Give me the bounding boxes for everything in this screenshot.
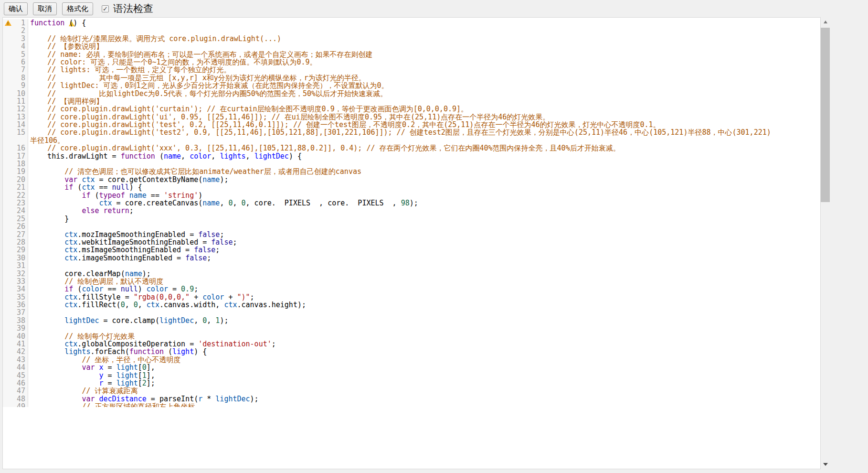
code-line[interactable]: 29 ctx.msImageSmoothingEnabled = false; [3, 246, 820, 254]
code-text[interactable]: // lightDec: 可选，0到1之间，光从多少百分比才开始衰减（在此范围内… [28, 82, 820, 89]
code-line[interactable]: 25 } [3, 215, 820, 223]
code-line[interactable]: 35 ctx.fillStyle = "rgba(0,0,0," + color… [3, 293, 820, 301]
code-line[interactable]: 32 core.clearMap(name); [3, 270, 820, 278]
code-text[interactable]: // core.plugin.drawLight('ui', 0.95, [[2… [28, 113, 820, 121]
scrollbar-thumb[interactable] [821, 28, 830, 202]
code-line[interactable]: 28 ctx.webkitImageSmoothingEnabled = fal… [3, 238, 820, 246]
code-text[interactable]: lights.forEach(function (light) { [28, 348, 820, 355]
code-line[interactable]: 48 var decDistance = parseInt(r * lightD… [3, 395, 820, 403]
code-line[interactable]: 13 // core.plugin.drawLight('ui', 0.95, … [3, 113, 820, 121]
code-text[interactable]: // 绘制色调层，默认不透明度 [28, 278, 820, 285]
code-text[interactable] [28, 160, 820, 168]
code-line[interactable]: 12 // core.plugin.drawLight('curtain'); … [3, 105, 820, 113]
code-text[interactable]: if (ctx == null) { [28, 183, 820, 191]
code-line[interactable]: 21 if (ctx == null) { [3, 183, 820, 191]
code-line[interactable]: 49 // 正方形区域的直径和左上角坐标 [3, 403, 820, 407]
scroll-up-button[interactable] [821, 17, 830, 27]
code-line[interactable]: 43 // 坐标，半径，中心不透明度 [3, 356, 820, 364]
code-line[interactable]: 18 [3, 160, 820, 168]
format-button[interactable]: 格式化 [62, 2, 93, 15]
syntax-check-checkbox[interactable]: ✓ [102, 5, 109, 12]
code-text[interactable]: // lights: 可选，一个数组，定义了每个独立的灯光。 [28, 66, 820, 74]
code-text[interactable]: ctx = core.createCanvas(name, 0, 0, core… [28, 199, 820, 207]
vertical-scrollbar[interactable] [821, 17, 830, 469]
code-line[interactable]: 41 ctx.globalCompositeOperation = 'desti… [3, 340, 820, 348]
code-line[interactable]: 40 // 绘制每个灯光效果 [3, 333, 820, 340]
code-text[interactable]: ctx.fillRect(0, 0, ctx.canvas.width, ctx… [28, 301, 820, 309]
code-line[interactable]: 9 // lightDec: 可选，0到1之间，光从多少百分比才开始衰减（在此范… [3, 82, 820, 89]
code-text[interactable]: 半径106。 [28, 137, 820, 144]
code-text[interactable]: var decDistance = parseInt(r * lightDec)… [28, 395, 820, 403]
code-line[interactable]: 3 // 绘制灯光/漆黑层效果。调用方式 core.plugin.drawLig… [3, 35, 820, 43]
code-text[interactable] [28, 309, 820, 316]
code-line[interactable]: 46 r = light[2]; [3, 379, 820, 387]
code-line[interactable]: 8 // 其中每一项是三元组 [x,y,r] x和y分别为该灯光的横纵坐标，r为… [3, 74, 820, 82]
code-text[interactable]: // core.plugin.drawLight('test', 0.2, [[… [28, 121, 820, 129]
code-text[interactable]: // core.plugin.drawLight('xxx', 0.3, [[2… [28, 144, 820, 152]
code-text[interactable]: if (typeof name == 'string') [28, 192, 820, 199]
code-text[interactable]: // 正方形区域的直径和左上角坐标 [28, 403, 820, 407]
confirm-button[interactable]: 确认 [4, 2, 28, 15]
scroll-down-button[interactable] [821, 460, 830, 469]
code-line[interactable]: 11 // 【调用样例】 [3, 97, 820, 105]
code-line[interactable]: 14 // core.plugin.drawLight('test', 0.2,… [3, 121, 820, 129]
code-text[interactable]: // 绘制灯光/漆黑层效果。调用方式 core.plugin.drawLight… [28, 35, 820, 43]
code-line[interactable]: 10 // 比如lightDec为0.5代表，每个灯光部分内圈50%的范围全亮，… [3, 90, 820, 97]
code-text[interactable]: r = light[2]; [28, 379, 820, 387]
code-line[interactable]: 45 y = light[1], [3, 372, 820, 379]
code-text[interactable]: // 【调用样例】 [28, 97, 820, 105]
code-line[interactable]: 15 // core.plugin.drawLight('test2', 0.9… [3, 129, 820, 136]
code-line[interactable]: 7 // lights: 可选，一个数组，定义了每个独立的灯光。 [3, 66, 820, 74]
code-line[interactable]: 39 [3, 324, 820, 332]
code-line[interactable]: 36 ctx.fillRect(0, 0, ctx.canvas.width, … [3, 301, 820, 309]
code-text[interactable]: // 【参数说明】 [28, 43, 820, 50]
code-text[interactable] [28, 27, 820, 34]
code-text[interactable]: } [28, 215, 820, 223]
code-text[interactable]: function () { [28, 19, 820, 27]
code-text[interactable]: // core.plugin.drawLight('test2', 0.9, [… [28, 129, 820, 136]
code-line[interactable]: 1function () { [3, 19, 820, 27]
code-editor[interactable]: 1function () {23 // 绘制灯光/漆黑层效果。调用方式 core… [3, 18, 820, 407]
code-line[interactable]: 38 lightDec = core.clamp(lightDec, 0, 1)… [3, 317, 820, 324]
code-line[interactable]: 42 lights.forEach(function (light) { [3, 348, 820, 355]
code-line[interactable]: 5 // name: 必填，要绘制到的画布名；可以是一个系统画布，或者是个自定义… [3, 51, 820, 58]
code-text[interactable]: ctx.msImageSmoothingEnabled = false; [28, 246, 820, 254]
code-text[interactable]: y = light[1], [28, 372, 820, 379]
code-text[interactable] [28, 223, 820, 230]
code-text[interactable]: // color: 可选，只能是一个0~1之间的数，为不透明度的值。不填则默认为… [28, 58, 820, 66]
code-line[interactable]: 30 ctx.imageSmoothingEnabled = false; [3, 254, 820, 262]
code-line[interactable]: 4 // 【参数说明】 [3, 43, 820, 50]
code-line[interactable]: 23 ctx = core.createCanvas(name, 0, 0, c… [3, 199, 820, 207]
code-line[interactable]: 2 [3, 27, 820, 34]
code-line[interactable]: 16 // core.plugin.drawLight('xxx', 0.3, … [3, 144, 820, 152]
code-text[interactable]: else return; [28, 207, 820, 215]
code-text[interactable]: // 绘制每个灯光效果 [28, 333, 820, 340]
code-line[interactable]: 22 if (typeof name == 'string') [3, 192, 820, 199]
code-line[interactable]: 半径106。 [3, 137, 820, 144]
code-text[interactable]: // name: 必填，要绘制到的画布名；可以是一个系统画布，或者是个自定义画布… [28, 51, 820, 58]
code-line[interactable]: 20 var ctx = core.getContextByName(name)… [3, 176, 820, 183]
code-text[interactable]: core.clearMap(name); [28, 270, 820, 278]
code-line[interactable]: 44 var x = light[0], [3, 364, 820, 371]
code-text[interactable]: ctx.fillStyle = "rgba(0,0,0," + color + … [28, 293, 820, 301]
code-text[interactable]: var ctx = core.getContextByName(name); [28, 176, 820, 183]
code-line[interactable]: 37 [3, 309, 820, 316]
code-text[interactable]: // 计算衰减距离 [28, 387, 820, 395]
code-text[interactable]: // 比如lightDec为0.5代表，每个灯光部分内圈50%的范围全亮，50%… [28, 90, 820, 97]
code-line[interactable]: 24 else return; [3, 207, 820, 215]
cancel-button[interactable]: 取消 [33, 2, 57, 15]
code-text[interactable]: if (color == null) color = 0.9; [28, 285, 820, 293]
code-text[interactable] [28, 324, 820, 332]
code-line[interactable]: 31 [3, 262, 820, 269]
code-line[interactable]: 47 // 计算衰减距离 [3, 387, 820, 395]
code-line[interactable]: 17 this.drawLight = function (name, colo… [3, 152, 820, 160]
code-text[interactable]: // 清空色调层；也可以修改成其它层比如animate/weather层，或者用… [28, 168, 820, 175]
code-text[interactable]: ctx.imageSmoothingEnabled = false; [28, 254, 820, 262]
code-text[interactable]: ctx.webkitImageSmoothingEnabled = false; [28, 238, 820, 246]
code-text[interactable]: ctx.mozImageSmoothingEnabled = false; [28, 231, 820, 238]
code-line[interactable]: 6 // color: 可选，只能是一个0~1之间的数，为不透明度的值。不填则默… [3, 58, 820, 66]
code-text[interactable]: this.drawLight = function (name, color, … [28, 152, 820, 160]
code-text[interactable]: // 坐标，半径，中心不透明度 [28, 356, 820, 364]
code-text[interactable]: lightDec = core.clamp(lightDec, 0, 1); [28, 317, 820, 324]
code-line[interactable]: 33 // 绘制色调层，默认不透明度 [3, 278, 820, 285]
